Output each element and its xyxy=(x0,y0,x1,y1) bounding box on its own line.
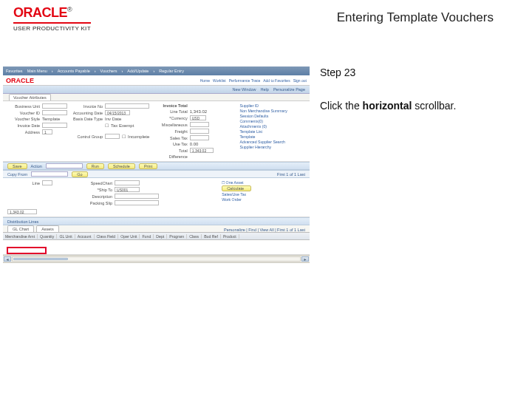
top-link-row: Home Worklist Performance Trace Add to F… xyxy=(200,78,307,83)
link-perf[interactable]: Performance Trace xyxy=(229,78,261,83)
link-fav[interactable]: Add to Favorites xyxy=(263,78,290,83)
voucher-style-value: Template xyxy=(42,117,60,121)
address-input[interactable]: 1 xyxy=(42,129,52,134)
lbl: Invoice Date xyxy=(7,123,40,128)
copy-from-label: Copy From xyxy=(7,172,27,177)
schedule-button[interactable]: Schedule xyxy=(108,163,135,169)
link[interactable]: Session Defaults xyxy=(239,114,305,118)
lbl: Control Group xyxy=(70,134,103,139)
link[interactable]: Non Merchandise Summary xyxy=(239,109,305,113)
action-select[interactable] xyxy=(46,163,83,168)
link-worklist[interactable]: Worklist xyxy=(213,78,226,83)
link[interactable]: Advanced Supplier Search xyxy=(239,140,305,144)
business-unit-input[interactable] xyxy=(42,103,67,109)
run-button[interactable]: Run xyxy=(86,163,104,169)
misc-input[interactable] xyxy=(190,122,209,127)
freight-input[interactable] xyxy=(190,129,209,134)
registered-mark: ® xyxy=(67,6,72,13)
embedded-screenshot: Favorites Main Menu› Accounts Payable› V… xyxy=(3,66,310,263)
lbl: Address xyxy=(7,130,40,134)
link[interactable]: Attachments (0) xyxy=(239,124,305,129)
page-header: ORACLE® USER PRODUCTIVITY KIT Entering T… xyxy=(0,0,532,38)
amount-input[interactable]: 1,343.02 xyxy=(7,209,37,214)
go-button[interactable]: Go xyxy=(72,171,87,177)
ship-to-input[interactable]: US001 xyxy=(115,187,140,192)
control-group-input[interactable] xyxy=(105,134,120,139)
action-label: Action xyxy=(31,164,42,168)
print-button[interactable]: Print xyxy=(139,163,157,169)
tab-voucher-attributes[interactable]: Voucher Attributes xyxy=(9,94,51,100)
basis-dt-value: Inv Date xyxy=(105,117,121,121)
voucher-id-input[interactable] xyxy=(42,110,67,115)
step-number: Step 23 xyxy=(320,66,516,78)
save-button[interactable]: Save xyxy=(7,163,27,169)
scroll-right-button[interactable]: ► xyxy=(301,256,309,262)
link[interactable]: Template xyxy=(239,134,305,139)
currency-input[interactable]: USD xyxy=(190,115,206,120)
link-new-window[interactable]: New Window xyxy=(232,87,256,92)
description-input[interactable] xyxy=(115,194,159,199)
crumb[interactable]: Regular Entry xyxy=(159,69,184,73)
link-home[interactable]: Home xyxy=(200,78,210,83)
packing-slip-input[interactable] xyxy=(115,200,159,205)
horizontal-scrollbar[interactable]: ◄ ► xyxy=(3,255,310,263)
link[interactable]: Work Order xyxy=(222,197,305,202)
lbl: Business Unit xyxy=(7,104,40,109)
accounting-date-input[interactable]: 04/15/2013 xyxy=(105,110,130,115)
oracle-logo: ORACLE xyxy=(13,5,67,20)
lbl: Voucher Style xyxy=(7,117,40,121)
brand-block: ORACLE® USER PRODUCTIVITY KIT xyxy=(13,6,91,32)
lbl: Invoice No xyxy=(70,104,103,109)
copy-from-select[interactable] xyxy=(31,171,68,177)
link[interactable]: Sales/Use Tax xyxy=(222,192,305,197)
invoice-date-input[interactable] xyxy=(42,123,67,128)
scroll-left-button[interactable]: ◄ xyxy=(4,256,11,262)
link[interactable]: Comments(0) xyxy=(239,119,305,123)
link-help[interactable]: Help xyxy=(261,87,269,92)
link-signout[interactable]: Sign out xyxy=(293,78,307,83)
scroll-track[interactable] xyxy=(12,256,301,262)
tax-exempt-check[interactable]: Tax Exempt xyxy=(111,123,134,128)
crumb[interactable]: Accounts Payable xyxy=(58,69,90,73)
incomplete-check[interactable]: Incomplete xyxy=(128,134,149,139)
crumb[interactable]: Vouchers xyxy=(100,69,117,73)
crumb[interactable]: Main Menu xyxy=(27,69,47,73)
lbl: Basis Date Type xyxy=(70,117,103,121)
link[interactable]: Supplier ID xyxy=(239,103,305,108)
tab-gl-chart[interactable]: GL Chart xyxy=(7,225,34,232)
invoice-no-input[interactable] xyxy=(105,103,149,109)
line-num-input[interactable] xyxy=(42,180,52,185)
line-total-value: 1,343.02 xyxy=(190,109,207,114)
link[interactable]: Template List xyxy=(239,129,305,134)
use-tax-value: 0.00 xyxy=(190,142,199,146)
dist-nav[interactable]: Personalize | Find | View All | First 1 … xyxy=(224,228,310,232)
page-title: Entering Template Vouchers xyxy=(337,6,519,25)
scroll-thumb[interactable] xyxy=(13,258,68,260)
tab-assets[interactable]: Assets xyxy=(36,225,59,232)
lbl: Accounting Date xyxy=(70,111,103,115)
link-personalize[interactable]: Personalize Page xyxy=(273,87,305,92)
sub-header: New Window Help Personalize Page xyxy=(3,86,310,94)
total-input[interactable]: 1,343.02 xyxy=(190,148,214,153)
sales-tax-input[interactable] xyxy=(190,135,209,140)
crumb[interactable]: Favorites xyxy=(6,69,23,73)
speedchart-input[interactable] xyxy=(115,180,140,185)
line-nav[interactable]: First 1 of 1 Last xyxy=(277,172,305,177)
dist-grid-header: Merchandise Amt Quantity GL Unit Account… xyxy=(3,233,310,240)
product-subtitle: USER PRODUCTIVITY KIT xyxy=(13,22,91,32)
lbl: Voucher ID xyxy=(7,111,40,115)
crumb[interactable]: Add/Update xyxy=(127,69,149,73)
dist-lines-label: Distribution Lines xyxy=(7,219,38,224)
instruction-text: Click the horizontal scrollbar. xyxy=(320,99,516,114)
inner-oracle-logo: ORACLE xyxy=(6,77,34,84)
link[interactable]: Supplier Hierarchy xyxy=(239,145,305,149)
app-breadcrumb-bar: Favorites Main Menu› Accounts Payable› V… xyxy=(3,66,310,75)
calculate-button[interactable]: Calculate xyxy=(222,185,251,191)
instruction-panel: Step 23 Click the horizontal scrollbar. xyxy=(310,66,516,263)
